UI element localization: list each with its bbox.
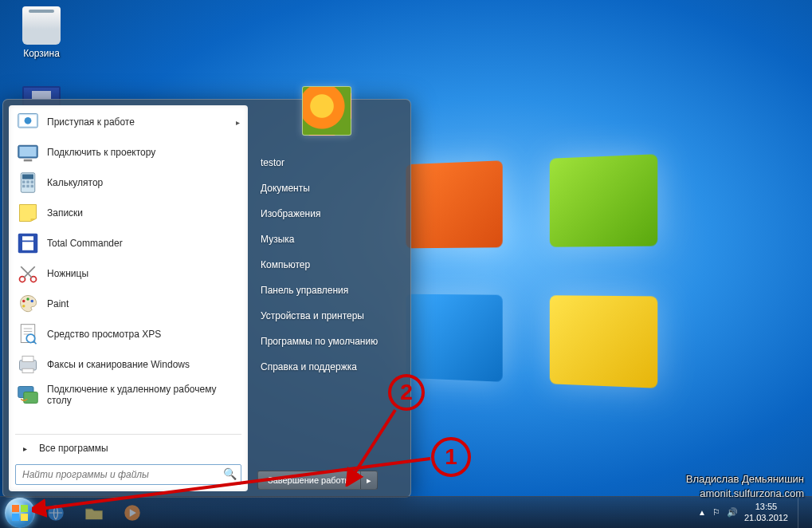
- taskbar-pin-ie[interactable]: [38, 500, 73, 526]
- program-paint[interactable]: Paint: [10, 289, 246, 319]
- taskbar-pin-explorer[interactable]: [76, 500, 112, 526]
- annotation-marker-2: 2: [388, 374, 425, 411]
- program-projector[interactable]: Подключить к проектору: [10, 137, 246, 167]
- tray-volume-icon[interactable]: 🔊: [727, 507, 738, 518]
- svg-rect-11: [22, 185, 25, 188]
- svg-rect-33: [21, 514, 28, 521]
- program-label: Подключение к удаленному рабочему столу: [47, 384, 240, 406]
- svg-rect-16: [22, 242, 33, 250]
- watermark-url: amonit.sulfurzona.com: [686, 487, 804, 501]
- svg-rect-9: [26, 180, 29, 183]
- taskbar: ▲ ⚐ 🔊 13:55 21.03.2012: [0, 496, 812, 528]
- documents-link[interactable]: Документы: [257, 175, 395, 201]
- svg-rect-30: [12, 505, 19, 512]
- windows-logo-icon: [10, 503, 29, 522]
- start-menu-right-panel: testor Документы Изображения Музыка Комп…: [248, 105, 405, 491]
- svg-point-22: [22, 305, 25, 308]
- program-label: Ножницы: [47, 268, 88, 279]
- program-remote-desktop[interactable]: Подключение к удаленному рабочему столу: [10, 380, 246, 410]
- scissors-icon: [17, 262, 39, 285]
- svg-rect-8: [22, 180, 25, 183]
- search-input[interactable]: [15, 464, 241, 485]
- wallpaper-windows-logo: [406, 154, 657, 388]
- recycle-bin-icon: [22, 6, 61, 45]
- program-total-commander[interactable]: Total Commander: [10, 228, 246, 258]
- program-calculator[interactable]: Калькулятор: [10, 167, 246, 198]
- computer-link[interactable]: Компьютер: [257, 252, 395, 278]
- taskbar-pin-wmp[interactable]: [115, 500, 150, 526]
- svg-point-20: [26, 297, 29, 301]
- svg-rect-13: [31, 185, 34, 188]
- shutdown-button[interactable]: Завершение работы: [257, 471, 360, 490]
- control-panel-link[interactable]: Панель управления: [257, 278, 395, 303]
- svg-rect-23: [21, 325, 35, 343]
- shutdown-options-button[interactable]: ▸: [360, 471, 378, 490]
- remote-desktop-icon: [17, 384, 39, 406]
- svg-rect-5: [24, 160, 33, 162]
- desktop-icon-recycle-bin[interactable]: Корзина: [11, 6, 72, 59]
- program-label: Факсы и сканирование Windows: [47, 359, 190, 370]
- tray-flag-icon[interactable]: ⚐: [712, 507, 720, 518]
- tray-chevron-icon[interactable]: ▲: [698, 508, 706, 517]
- desktop-icon-label: Корзина: [11, 48, 72, 59]
- svg-rect-7: [22, 175, 33, 179]
- paint-icon: [17, 293, 39, 315]
- sticky-notes-icon: [17, 202, 39, 224]
- program-getting-started[interactable]: Приступая к работе: [10, 107, 246, 137]
- program-xps-viewer[interactable]: Средство просмотра XPS: [10, 319, 246, 349]
- all-programs-label: Все программы: [39, 443, 108, 454]
- program-label: Приступая к работе: [47, 116, 135, 128]
- total-commander-icon: [17, 232, 39, 254]
- show-desktop-button[interactable]: [798, 497, 807, 529]
- annotation-marker-1: 1: [431, 437, 471, 477]
- clock[interactable]: 13:55 21.03.2012: [744, 502, 788, 522]
- svg-rect-4: [20, 147, 37, 156]
- program-label: Paint: [47, 298, 69, 309]
- separator: [15, 434, 241, 435]
- clock-time: 13:55: [744, 502, 788, 512]
- start-menu: Приступая к работе Подключить к проектор…: [2, 99, 411, 498]
- getting-started-icon: [17, 111, 39, 133]
- start-menu-programs-list: Приступая к работе Подключить к проектор…: [10, 107, 246, 431]
- user-picture[interactable]: [302, 86, 351, 136]
- devices-printers-link[interactable]: Устройства и принтеры: [257, 303, 395, 329]
- svg-point-2: [25, 117, 32, 124]
- start-button[interactable]: [5, 498, 35, 528]
- calculator-icon: [17, 171, 39, 194]
- watermark: Владислав Демьянишин amonit.sulfurzona.c…: [686, 472, 804, 501]
- svg-rect-32: [12, 514, 19, 521]
- svg-point-21: [31, 300, 34, 303]
- svg-rect-15: [22, 236, 33, 240]
- shutdown-group: Завершение работы ▸: [257, 471, 395, 490]
- fax-scan-icon: [17, 353, 39, 376]
- svg-rect-10: [31, 180, 34, 183]
- system-tray: ▲ ⚐ 🔊 13:55 21.03.2012: [698, 502, 793, 522]
- music-link[interactable]: Музыка: [257, 227, 395, 252]
- svg-rect-26: [22, 357, 33, 362]
- svg-rect-27: [22, 368, 33, 372]
- start-menu-left-panel: Приступая к работе Подключить к проектор…: [9, 105, 248, 491]
- help-support-link[interactable]: Справка и поддержка: [257, 354, 395, 380]
- svg-rect-31: [21, 505, 28, 512]
- search-icon[interactable]: 🔍: [223, 467, 237, 480]
- xps-viewer-icon: [17, 323, 39, 345]
- clock-date: 21.03.2012: [744, 513, 788, 523]
- pictures-link[interactable]: Изображения: [257, 201, 395, 227]
- program-snipping-tool[interactable]: Ножницы: [10, 258, 246, 289]
- program-label: Средство просмотра XPS: [47, 329, 161, 340]
- watermark-author: Владислав Демьянишин: [686, 472, 804, 487]
- projector-icon: [17, 141, 39, 164]
- svg-rect-12: [26, 185, 29, 188]
- user-name-link[interactable]: testor: [257, 150, 395, 175]
- svg-point-19: [22, 300, 25, 303]
- search-box: 🔍: [15, 464, 241, 485]
- program-fax-scan[interactable]: Факсы и сканирование Windows: [10, 349, 246, 380]
- program-label: Total Commander: [47, 238, 123, 249]
- svg-rect-29: [24, 392, 38, 404]
- program-label: Подключить к проектору: [47, 147, 155, 158]
- program-label: Калькулятор: [47, 177, 103, 188]
- default-programs-link[interactable]: Программы по умолчанию: [257, 329, 395, 354]
- program-sticky-notes[interactable]: Записки: [10, 198, 246, 228]
- all-programs-link[interactable]: Все программы: [10, 437, 246, 459]
- program-label: Записки: [47, 207, 83, 219]
